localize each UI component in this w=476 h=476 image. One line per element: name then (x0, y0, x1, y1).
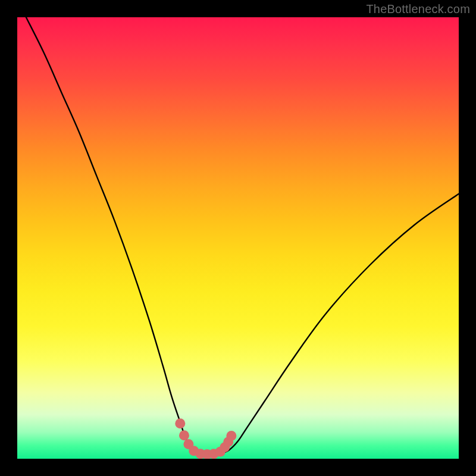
bottleneck-highlight (175, 418, 236, 459)
bottleneck-curve (26, 17, 459, 455)
highlight-dot (179, 430, 189, 440)
chart-frame: TheBottleneck.com (0, 0, 476, 476)
curve-layer (17, 17, 459, 459)
highlight-dot (175, 418, 185, 428)
highlight-dot (226, 431, 236, 441)
plot-area (17, 17, 459, 459)
watermark-text: TheBottleneck.com (366, 2, 470, 16)
